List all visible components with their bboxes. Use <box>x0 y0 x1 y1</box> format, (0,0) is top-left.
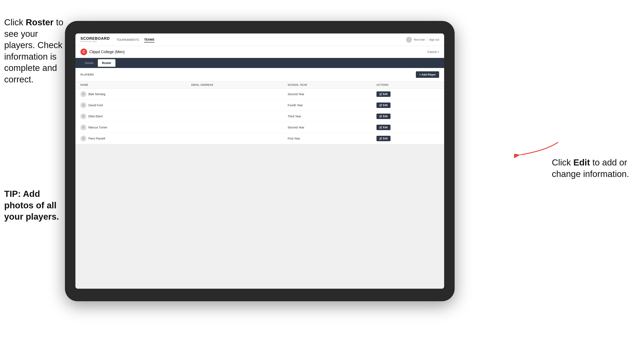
logo-area: SCOREBOARD Powered by clippi <box>80 37 110 43</box>
table-row: David Ford Fourth Year Edit <box>76 100 444 111</box>
table-header-row: NAME EMAIL ADDRESS SCHOOL YEAR ACTIONS <box>76 81 444 89</box>
col-actions: ACTIONS <box>372 81 444 89</box>
team-header: C Clippd College (Men) Cancel × <box>76 46 444 58</box>
nav-teams[interactable]: TEAMS <box>144 37 154 42</box>
tablet-device: SCOREBOARD Powered by clippi TOURNAMENTS… <box>65 21 454 301</box>
col-email: EMAIL ADDRESS <box>186 81 282 89</box>
navbar: SCOREBOARD Powered by clippi TOURNAMENTS… <box>76 33 444 46</box>
player-avatar-4 <box>80 136 86 141</box>
tablet-screen: SCOREBOARD Powered by clippi TOURNAMENTS… <box>76 33 444 289</box>
player-name-cell-3: Marcus Turner <box>76 122 186 133</box>
player-name-cell-4: Piers Parnell <box>76 133 186 144</box>
user-icon <box>406 37 412 43</box>
team-title-area: C Clippd College (Men) <box>80 48 125 55</box>
tip-text: TIP: Add photos of all your players. <box>4 188 69 223</box>
player-avatar-1 <box>80 102 86 108</box>
edit-button-3[interactable]: Edit <box>376 125 391 130</box>
svg-point-3 <box>83 104 84 105</box>
table-row: Elliot Ebert Third Year Edit <box>76 111 444 122</box>
player-school-year-2: Third Year <box>282 111 372 122</box>
player-email-1 <box>186 100 282 111</box>
edit-button-1[interactable]: Edit <box>376 103 391 108</box>
player-school-year-3: Second Year <box>282 122 372 133</box>
player-name-cell-1: David Ford <box>76 100 186 111</box>
player-school-year-0: Second Year <box>282 89 372 100</box>
player-avatar-3 <box>80 125 86 130</box>
edit-arrow <box>514 138 560 163</box>
right-instruction: Click Edit to add or change information. <box>552 157 632 180</box>
edit-bold: Edit <box>574 158 590 167</box>
player-actions-4: Edit <box>372 133 444 144</box>
player-name-0: Blair McHarg <box>88 92 106 96</box>
main-content: PLAYERS + Add Player NAME EMAIL ADDRESS … <box>76 68 444 289</box>
player-name-cell-0: Blair McHarg <box>76 89 186 100</box>
players-label: PLAYERS <box>80 73 94 76</box>
player-name-4: Piers Parnell <box>88 137 105 140</box>
player-avatar-2 <box>80 113 86 119</box>
player-actions-3: Edit <box>372 122 444 133</box>
player-name-1: David Ford <box>88 104 103 107</box>
table-row: Piers Parnell First Year Edit <box>76 133 444 144</box>
player-actions-2: Edit <box>372 111 444 122</box>
edit-button-4[interactable]: Edit <box>376 136 391 141</box>
players-table: NAME EMAIL ADDRESS SCHOOL YEAR ACTIONS <box>76 81 444 144</box>
col-name: NAME <box>76 81 186 89</box>
player-email-2 <box>186 111 282 122</box>
player-school-year-1: Fourth Year <box>282 100 372 111</box>
svg-point-5 <box>83 126 84 127</box>
player-email-4 <box>186 133 282 144</box>
edit-button-2[interactable]: Edit <box>376 114 391 119</box>
player-school-year-4: First Year <box>282 133 372 144</box>
table-row: Blair McHarg Second Year Edit <box>76 89 444 100</box>
sign-out-link[interactable]: Sign out <box>429 38 439 41</box>
player-name-2: Elliot Ebert <box>88 115 103 118</box>
players-header: PLAYERS + Add Player <box>76 68 444 81</box>
tabs-bar: Details Roster <box>76 58 444 68</box>
add-player-button[interactable]: + Add Player <box>416 71 439 78</box>
logo-sub: Powered by clippi <box>80 41 110 43</box>
svg-point-2 <box>83 93 84 94</box>
col-school-year: SCHOOL YEAR <box>282 81 372 89</box>
player-email-0 <box>186 89 282 100</box>
nav-links: TOURNAMENTS TEAMS <box>116 37 399 42</box>
tab-details[interactable]: Details <box>80 59 98 67</box>
edit-button-0[interactable]: Edit <box>376 91 391 97</box>
tab-roster[interactable]: Roster <box>98 59 116 67</box>
left-instruction: Click Roster to see your players. Check … <box>4 17 65 85</box>
user-name: Test User <box>414 38 425 41</box>
nav-right: Test User | Sign out <box>406 37 439 43</box>
nav-tournaments[interactable]: TOURNAMENTS <box>116 37 139 42</box>
player-actions-0: Edit <box>372 89 444 100</box>
player-name-cell-2: Elliot Ebert <box>76 111 186 122</box>
player-email-3 <box>186 122 282 133</box>
svg-point-4 <box>83 115 84 116</box>
player-actions-1: Edit <box>372 100 444 111</box>
svg-point-6 <box>83 137 84 139</box>
team-name: Clippd College (Men) <box>89 50 125 54</box>
players-section: PLAYERS + Add Player NAME EMAIL ADDRESS … <box>76 68 444 144</box>
player-avatar-0 <box>80 91 86 97</box>
roster-bold: Roster <box>26 17 54 27</box>
team-logo: C <box>80 48 87 55</box>
cancel-button[interactable]: Cancel × <box>428 50 439 54</box>
logo-text: SCOREBOARD <box>80 37 110 41</box>
player-name-3: Marcus Turner <box>88 126 107 129</box>
table-row: Marcus Turner Second Year Edit <box>76 122 444 133</box>
